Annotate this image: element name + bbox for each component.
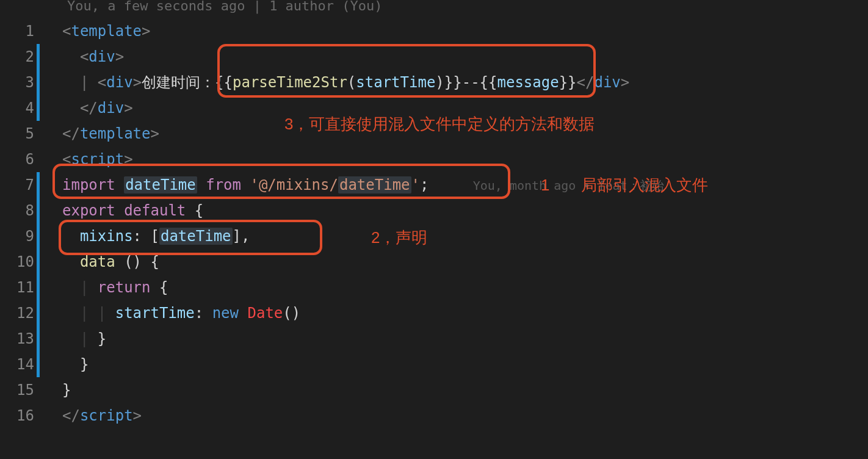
annotation-label-3: 3，可直接使用混入文件中定义的方法和数据 xyxy=(284,114,595,135)
code-line[interactable]: <template> xyxy=(62,18,868,44)
line-number: 15 xyxy=(0,377,38,403)
code-line[interactable]: } xyxy=(62,352,868,377)
line-number: 1 xyxy=(0,18,38,44)
line-number: 14 xyxy=(0,352,38,377)
line-number: 5 xyxy=(0,121,38,146)
line-number: 3 xyxy=(0,70,38,95)
line-number-gutter: 1 2 3 4 5 6 7 8 9 10 11 12 13 14 15 16 xyxy=(0,0,38,459)
line-number: 8 xyxy=(0,198,38,223)
line-number: 6 xyxy=(0,146,38,172)
line-number: 11 xyxy=(0,275,38,300)
code-line[interactable]: data () { xyxy=(62,249,868,275)
line-number: 10 xyxy=(0,249,38,275)
code-line[interactable]: | } xyxy=(62,326,868,352)
line-number: 2 xyxy=(0,44,38,70)
line-number: 13 xyxy=(0,326,38,352)
line-number: 4 xyxy=(0,95,38,121)
annotation-label-1: 1局部引入混入文件 xyxy=(541,175,708,196)
line-number: 9 xyxy=(0,223,38,249)
code-line[interactable]: | | startTime: new Date() xyxy=(62,300,868,326)
line-number: 16 xyxy=(0,403,38,428)
git-blame-header: You, a few seconds ago | 1 author (You) xyxy=(62,0,868,18)
code-line[interactable]: } xyxy=(62,377,868,403)
code-line[interactable]: <script> xyxy=(62,146,868,172)
code-line[interactable]: | return { xyxy=(62,275,868,300)
line-number: 12 xyxy=(0,300,38,326)
line-number: 7 xyxy=(0,172,38,198)
code-line[interactable]: export default { xyxy=(62,198,868,223)
code-line[interactable]: </script> xyxy=(62,403,868,428)
annotation-label-2: 2，声明 xyxy=(371,227,427,248)
code-line[interactable]: import dateTime from '@/mixins/dateTime'… xyxy=(62,172,868,198)
code-line[interactable]: mixins: [dateTime], xyxy=(62,223,868,249)
code-content[interactable]: You, a few seconds ago | 1 author (You) … xyxy=(38,0,868,459)
code-line[interactable]: | <div>创建时间：{{parseTime2Str(startTime)}}… xyxy=(62,70,868,95)
code-editor: 1 2 3 4 5 6 7 8 9 10 11 12 13 14 15 16 Y… xyxy=(0,0,868,459)
code-line[interactable]: <div> xyxy=(62,44,868,70)
